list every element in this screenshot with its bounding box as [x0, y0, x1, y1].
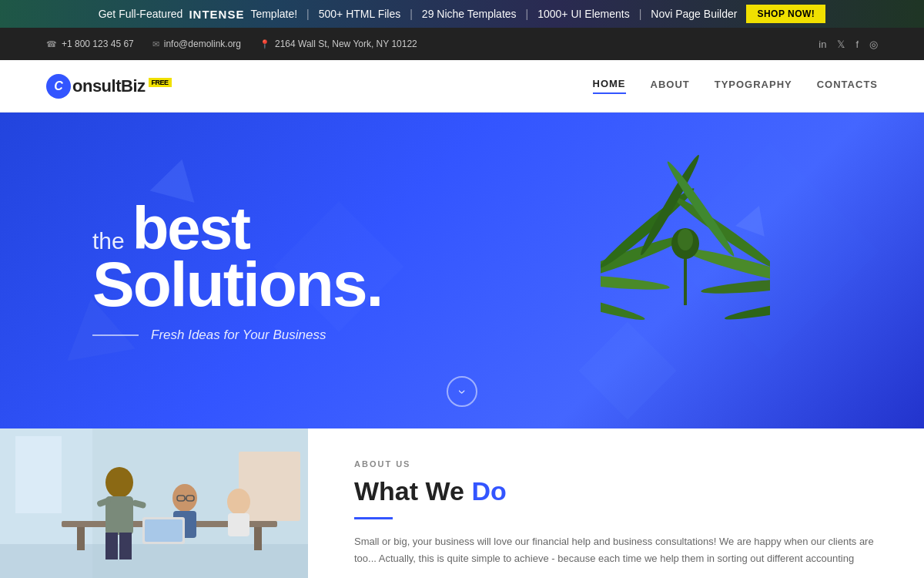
hero-section: the best Solutions. Fresh Ideas for Your… — [0, 113, 924, 428]
location-icon: 📍 — [259, 39, 270, 49]
address-contact: 📍 2164 Wall St, New York, NY 10122 — [259, 39, 417, 49]
svg-rect-21 — [77, 527, 85, 550]
hero-title-main: Solutions. — [92, 254, 382, 314]
shop-now-button[interactable]: SHOP NOW! — [746, 5, 825, 23]
svg-rect-36 — [228, 513, 249, 536]
plant-decoration — [601, 151, 770, 367]
svg-point-3 — [601, 184, 698, 272]
hero-tagline-wrapper: Fresh Ideas for Your Business — [92, 328, 382, 343]
promo-feature-4: Novi Page Builder — [651, 8, 737, 20]
svg-point-6 — [701, 275, 770, 297]
hero-line — [92, 334, 139, 336]
promo-brand: INTENSE — [189, 8, 244, 21]
svg-point-5 — [601, 271, 670, 293]
svg-rect-28 — [105, 533, 118, 560]
about-title-normal: What We — [354, 476, 464, 506]
logo[interactable]: C onsultBizFREE — [46, 74, 172, 99]
svg-point-24 — [105, 467, 133, 498]
promo-feature-3: 1000+ UI Elements — [537, 8, 629, 20]
contact-bar: ☎ +1 800 123 45 67 ✉ info@demolink.org 📍… — [0, 28, 924, 60]
chevron-down-icon: › — [454, 389, 470, 394]
about-divider — [354, 517, 393, 519]
linkedin-icon[interactable]: in — [819, 39, 826, 50]
about-title-highlight: Do — [471, 476, 506, 506]
svg-rect-38 — [145, 519, 182, 542]
promo-suffix: Template! — [250, 8, 297, 20]
promo-prefix: Get Full-Featured — [99, 8, 183, 20]
svg-rect-29 — [119, 533, 132, 560]
svg-point-35 — [227, 489, 250, 515]
promo-feature-2: 29 Niche Templates — [422, 8, 517, 20]
logo-badge: FREE — [149, 78, 172, 87]
promo-banner: Get Full-Featured INTENSE Template! | 50… — [0, 0, 924, 28]
promo-text: Get Full-Featured INTENSE Template! | 50… — [99, 8, 738, 21]
about-label: ABOUT US — [354, 459, 878, 469]
promo-divider-3: | — [526, 8, 529, 20]
address-text: 2164 Wall St, New York, NY 10122 — [275, 39, 417, 49]
logo-text: onsultBizFREE — [72, 76, 172, 96]
about-content: ABOUT US What We Do Small or big, your b… — [308, 428, 924, 578]
email-address: info@demolink.org — [164, 39, 241, 49]
phone-number: +1 800 123 45 67 — [62, 39, 134, 49]
about-body-text: Small or big, your business will love ou… — [354, 533, 878, 567]
svg-rect-18 — [15, 436, 62, 513]
email-contact: ✉ info@demolink.org — [152, 39, 241, 49]
logo-letter: C — [54, 79, 63, 93]
nav-home[interactable]: HOME — [593, 78, 626, 94]
social-icons: in 𝕏 f ◎ — [819, 39, 878, 50]
header: C onsultBizFREE HOME ABOUT TYPOGRAPHY CO… — [0, 60, 924, 113]
logo-icon: C — [46, 74, 71, 99]
promo-divider-4: | — [639, 8, 642, 20]
twitter-icon[interactable]: 𝕏 — [837, 39, 845, 50]
nav-typography[interactable]: TYPOGRAPHY — [715, 79, 792, 93]
svg-rect-22 — [254, 527, 262, 550]
promo-divider-2: | — [410, 8, 413, 20]
svg-point-10 — [724, 295, 770, 323]
hero-content: the best Solutions. Fresh Ideas for Your… — [0, 198, 474, 344]
nav-contacts[interactable]: CONTACTS — [817, 79, 878, 93]
logo-name: onsultBiz — [72, 76, 146, 96]
svg-point-15 — [678, 229, 693, 250]
hero-tagline: Fresh Ideas for Your Business — [151, 328, 326, 343]
phone-contact: ☎ +1 800 123 45 67 — [46, 39, 134, 49]
svg-point-9 — [601, 287, 646, 324]
facebook-icon[interactable]: f — [855, 39, 859, 50]
about-title: What We Do — [354, 476, 878, 506]
email-icon: ✉ — [152, 39, 159, 49]
main-nav: HOME ABOUT TYPOGRAPHY CONTACTS — [593, 78, 879, 94]
about-section: ABOUT US What We Do Small or big, your b… — [0, 428, 924, 578]
svg-rect-23 — [239, 452, 300, 521]
about-image — [0, 428, 308, 578]
promo-divider-1: | — [306, 8, 310, 20]
promo-feature-1: 500+ HTML Files — [319, 8, 400, 20]
nav-about[interactable]: ABOUT — [651, 79, 690, 93]
contact-items: ☎ +1 800 123 45 67 ✉ info@demolink.org 📍… — [46, 39, 417, 49]
instagram-icon[interactable]: ◎ — [869, 39, 878, 50]
phone-icon: ☎ — [46, 39, 57, 49]
scroll-down-button[interactable]: › — [447, 376, 477, 407]
